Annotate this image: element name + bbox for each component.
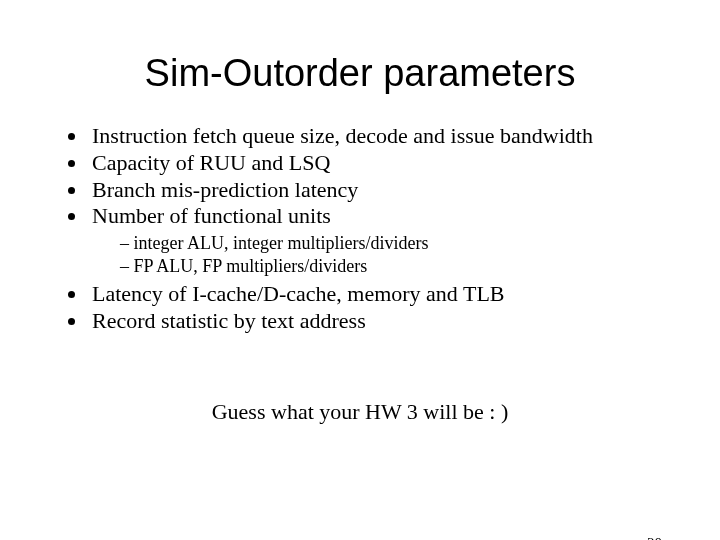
slide-title: Sim-Outorder parameters [0,52,720,95]
list-item: integer ALU, integer multipliers/divider… [120,232,680,255]
list-item: Capacity of RUU and LSQ [88,150,680,177]
list-item-text: Number of functional units [92,203,331,228]
list-item: Latency of I-cache/D-cache, memory and T… [88,281,680,308]
list-item: Branch mis-prediction latency [88,177,680,204]
list-item: Record statistic by text address [88,308,680,335]
page-number: 20 [647,535,662,540]
list-item: Instruction fetch queue size, decode and… [88,123,680,150]
closing-remark: Guess what your HW 3 will be : ) [0,399,720,425]
list-item: FP ALU, FP multipliers/dividers [120,255,680,278]
list-item: Number of functional units integer ALU, … [88,203,680,277]
sub-bullet-list: integer ALU, integer multipliers/divider… [120,232,680,277]
slide: Sim-Outorder parameters Instruction fetc… [0,52,720,540]
bullet-list: Instruction fetch queue size, decode and… [64,123,720,335]
